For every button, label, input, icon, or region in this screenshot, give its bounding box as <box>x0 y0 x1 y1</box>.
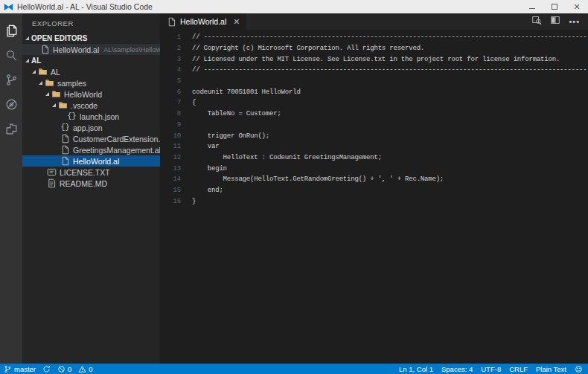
status-label: Spaces: 4 <box>441 365 473 373</box>
code-line: 4// ------------------------------------… <box>160 65 588 76</box>
tree-item-greetingsmanagement-al[interactable]: GreetingsManagement.al <box>22 144 160 155</box>
sidebar-title: EXPLORER <box>22 13 160 33</box>
window-controls: ✕ <box>521 0 588 13</box>
code-line: 15 end; <box>160 185 588 196</box>
folder-icon <box>45 78 54 88</box>
status-sync[interactable] <box>42 365 51 373</box>
status-crlf[interactable]: CRLF <box>509 365 528 373</box>
line-number: 4 <box>160 66 181 74</box>
code-text: begin <box>181 165 227 173</box>
tree-item-license-txt[interactable]: LICENSE.TXT <box>22 167 160 178</box>
line-number: 13 <box>160 165 181 173</box>
code-text: trigger OnRun(); <box>181 132 269 140</box>
license-icon <box>47 167 57 177</box>
tree-item-customercardextension-al[interactable]: CustomerCardExtension.al <box>22 133 160 144</box>
file-icon <box>60 134 70 144</box>
line-number: 7 <box>160 99 181 106</box>
split-editor-icon[interactable] <box>550 15 560 28</box>
code-line: 7{ <box>160 97 588 109</box>
tree-item-helloworld-al[interactable]: HelloWorld.al <box>22 155 160 167</box>
tree-item-al[interactable]: AL <box>22 66 160 77</box>
status-ln-1-col-1[interactable]: Ln 1, Col 1 <box>399 365 433 373</box>
folder-icon <box>58 100 68 110</box>
line-number: 10 <box>160 132 181 140</box>
maximize-button[interactable] <box>543 0 566 13</box>
editor-group: HelloWorld.al ✕ ••• 1// ----------------… <box>160 13 588 364</box>
code-line: 6codeunit 70051001 HelloWorld <box>160 86 588 97</box>
activity-debug-icon[interactable] <box>0 92 22 117</box>
line-number: 12 <box>160 154 181 161</box>
code-text: end; <box>181 187 223 194</box>
tree-item-label: README.MD <box>60 179 107 188</box>
status-label: Plain Text <box>536 365 566 373</box>
line-number: 1 <box>160 33 181 41</box>
tree-item--vscode[interactable]: .vscode <box>22 100 160 111</box>
status-utf-8[interactable]: UTF-8 <box>481 365 501 373</box>
open-editor-path: AL\samples\HelloWorld <box>103 46 160 54</box>
code-line: 2// Copyright (c) Microsoft Corporation.… <box>160 43 588 54</box>
code-line: 16} <box>160 196 588 207</box>
chevron-expanded-icon <box>52 103 56 107</box>
status-plain-text[interactable]: Plain Text <box>536 365 566 373</box>
activity-source-control-icon[interactable] <box>0 68 22 92</box>
code-line: 13 begin <box>160 163 588 174</box>
tree-item-label: app.json <box>73 123 103 132</box>
folder-section-header[interactable]: AL <box>22 55 160 66</box>
chevron-expanded-icon <box>32 70 36 74</box>
file-icon <box>60 145 70 155</box>
tab-close-icon[interactable]: ✕ <box>233 18 240 26</box>
line-number: 14 <box>160 175 181 183</box>
code-line: 5 <box>160 76 588 87</box>
open-editor-label: HelloWorld.al <box>53 45 99 54</box>
tree-item-label: AL <box>51 68 60 77</box>
tree-item-label: HelloWorld <box>64 90 102 99</box>
folder-icon <box>38 67 48 77</box>
activity-explorer-icon[interactable] <box>0 19 22 43</box>
line-number: 11 <box>160 143 181 150</box>
open-editors-header[interactable]: OPEN EDITORS <box>22 33 160 44</box>
status-spaces-4[interactable]: Spaces: 4 <box>441 365 473 373</box>
code-line: 3// Licensed under the MIT License. See … <box>160 54 588 65</box>
code-text: Message(HelloText.GetRandomGreeting() + … <box>181 175 444 183</box>
tree-item-app-json[interactable]: {}app.json <box>22 122 160 133</box>
chevron-expanded-icon <box>25 36 29 40</box>
file-icon <box>40 45 50 54</box>
line-number: 6 <box>160 88 181 96</box>
tree-item-label: samples <box>57 79 86 88</box>
close-button[interactable]: ✕ <box>566 0 588 13</box>
status-bar: master00 Ln 1, Col 1Spaces: 4UTF-8CRLFPl… <box>0 364 588 374</box>
code-text: // Licensed under the MIT License. See L… <box>181 56 560 63</box>
json-icon: {} <box>67 112 77 121</box>
open-preview-icon[interactable] <box>531 15 542 28</box>
chevron-expanded-icon <box>39 81 42 85</box>
status-error-circle[interactable]: 0 <box>57 365 71 373</box>
folder-icon <box>51 89 61 99</box>
status-label: Ln 1, Col 1 <box>399 365 433 373</box>
tree-item-label: HelloWorld.al <box>73 157 119 166</box>
code-text: // -------------------------------------… <box>181 66 588 74</box>
tree-item-label: launch.json <box>80 112 119 121</box>
more-actions-icon[interactable]: ••• <box>569 17 580 26</box>
tree-item-helloworld[interactable]: HelloWorld <box>22 88 160 100</box>
window-title: HelloWorld.al - AL - Visual Studio Code <box>17 2 153 11</box>
tree-item-label: LICENSE.TXT <box>60 168 110 177</box>
code-text: codeunit 70051001 HelloWorld <box>181 88 301 96</box>
tree-item-launch-json[interactable]: {}launch.json <box>22 111 160 122</box>
explorer-sidebar: EXPLORER OPEN EDITORS HelloWorld.alAL\sa… <box>22 13 160 364</box>
code-line: 12 HelloText : Codeunit GreetingsManagem… <box>160 152 588 164</box>
line-number: 9 <box>160 121 181 129</box>
status-git-branch[interactable]: master <box>4 365 36 373</box>
status-warning-triangle[interactable]: 0 <box>78 365 92 373</box>
tree-item-samples[interactable]: samples <box>22 77 160 88</box>
minimize-button[interactable] <box>521 0 543 13</box>
tab-helloworld-al[interactable]: HelloWorld.al ✕ <box>160 13 246 30</box>
status-feedback-smiley[interactable] <box>575 365 583 373</box>
code-editor[interactable]: 1// ------------------------------------… <box>160 30 588 364</box>
activity-extensions-icon[interactable] <box>0 117 22 141</box>
activity-search-icon[interactable] <box>0 43 22 68</box>
vscode-logo-icon <box>4 2 13 12</box>
code-line: 1// ------------------------------------… <box>160 32 588 43</box>
code-text: { <box>181 99 196 106</box>
open-editor-item[interactable]: HelloWorld.alAL\samples\HelloWorld <box>22 44 160 55</box>
tree-item-readme-md[interactable]: README.MD <box>22 178 160 189</box>
